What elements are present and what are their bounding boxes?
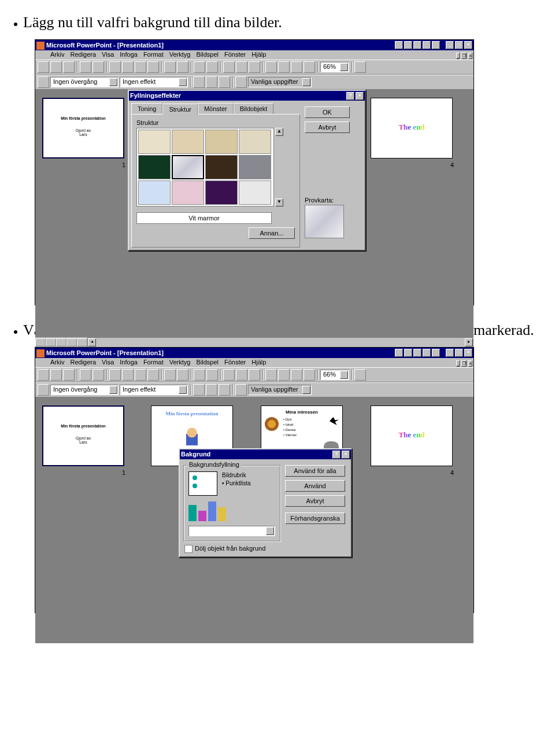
scroll-up-button[interactable]: ▲ bbox=[275, 128, 283, 136]
close-button[interactable]: × bbox=[464, 41, 472, 49]
menu-item[interactable]: Redigera bbox=[70, 51, 96, 59]
texture-swatch[interactable] bbox=[138, 130, 171, 154]
texture-swatch[interactable] bbox=[205, 130, 238, 154]
hide-slide-icon[interactable] bbox=[193, 76, 205, 88]
redo-icon[interactable] bbox=[177, 61, 188, 73]
rehearse-icon[interactable] bbox=[206, 384, 217, 396]
texture-swatch[interactable] bbox=[205, 155, 238, 179]
rehearse-icon[interactable] bbox=[206, 76, 217, 88]
summary-icon[interactable] bbox=[219, 76, 230, 88]
normal-view-icon[interactable] bbox=[35, 338, 46, 346]
menu-item[interactable]: Arkiv bbox=[50, 51, 64, 59]
zoom-combo[interactable]: 66% bbox=[320, 62, 349, 72]
clipart-icon[interactable] bbox=[249, 61, 260, 73]
doc-close-button[interactable]: × bbox=[468, 360, 472, 367]
dialog-close-button[interactable]: × bbox=[342, 451, 350, 459]
save-icon[interactable] bbox=[63, 369, 75, 381]
hide-objects-checkbox[interactable]: Dölj objekt från bakgrund bbox=[184, 545, 280, 553]
menu-item[interactable]: Redigera bbox=[70, 359, 96, 367]
texture-swatch[interactable] bbox=[239, 180, 271, 205]
transition-icon[interactable] bbox=[38, 76, 49, 88]
new-icon[interactable] bbox=[38, 61, 49, 73]
doc-restore-button[interactable]: ❐ bbox=[461, 360, 467, 367]
menu-item[interactable]: Fönster bbox=[224, 359, 246, 367]
slide-thumbnail-1[interactable]: Min första presentation Gjord av Lars bbox=[42, 98, 124, 158]
hyperlink-icon[interactable] bbox=[194, 369, 205, 381]
sorter-view-icon[interactable] bbox=[66, 338, 77, 346]
tray-btn[interactable] bbox=[395, 349, 403, 357]
paste-icon[interactable] bbox=[135, 61, 146, 73]
print-icon[interactable] bbox=[80, 369, 91, 381]
tab-gradient[interactable]: Toning bbox=[131, 103, 162, 114]
menu-item[interactable]: Infoga bbox=[120, 51, 138, 59]
undo-icon[interactable] bbox=[164, 369, 176, 381]
close-button[interactable]: × bbox=[464, 349, 472, 357]
doc-restore-button[interactable]: ❐ bbox=[461, 53, 467, 59]
transition-combo[interactable]: Ingen övergång bbox=[50, 385, 119, 395]
menu-item[interactable]: Bildspel bbox=[196, 359, 219, 367]
texture-swatch[interactable] bbox=[138, 155, 171, 179]
hide-slide-icon[interactable] bbox=[193, 384, 205, 396]
doc-close-button[interactable]: × bbox=[468, 53, 472, 59]
menu-item[interactable]: Format bbox=[143, 359, 164, 367]
slide-view-icon[interactable] bbox=[56, 338, 66, 346]
hyperlink-icon[interactable] bbox=[194, 61, 205, 73]
texture-swatch[interactable] bbox=[205, 180, 238, 205]
texture-swatch[interactable] bbox=[239, 155, 271, 179]
scroll-down-button[interactable]: ▼ bbox=[275, 198, 283, 206]
web-toolbar-icon[interactable] bbox=[206, 369, 218, 381]
slide-thumbnail-4[interactable]: The end bbox=[371, 405, 453, 466]
tab-pattern[interactable]: Mönster bbox=[198, 103, 234, 114]
tray-btn[interactable] bbox=[423, 41, 431, 49]
menu-item[interactable]: Hjälp bbox=[251, 359, 266, 367]
tray-btn[interactable] bbox=[395, 41, 403, 49]
texture-swatch-selected[interactable] bbox=[172, 155, 204, 179]
open-icon[interactable] bbox=[50, 369, 62, 381]
menu-item[interactable]: Fönster bbox=[224, 51, 246, 59]
slideshow-icon[interactable] bbox=[77, 338, 87, 346]
save-icon[interactable] bbox=[63, 61, 75, 73]
effect-combo[interactable]: Ingen effekt bbox=[120, 77, 188, 87]
apply-all-button[interactable]: Använd för alla bbox=[285, 465, 345, 477]
format-painter-icon[interactable] bbox=[147, 369, 159, 381]
tray-btn[interactable] bbox=[413, 349, 421, 357]
tray-btn[interactable] bbox=[423, 349, 431, 357]
clipart-icon[interactable] bbox=[249, 369, 260, 381]
help-icon[interactable] bbox=[354, 369, 366, 381]
open-icon[interactable] bbox=[50, 61, 62, 73]
cancel-button[interactable]: Avbryt bbox=[305, 121, 350, 133]
dialog-titlebar[interactable]: Bakgrund ? × bbox=[180, 449, 351, 459]
spell-icon[interactable] bbox=[92, 61, 104, 73]
tab-texture[interactable]: Struktur bbox=[162, 104, 198, 115]
cut-icon[interactable] bbox=[109, 369, 121, 381]
transition-combo[interactable]: Ingen övergång bbox=[50, 77, 119, 87]
dialog-help-button[interactable]: ? bbox=[346, 92, 354, 100]
layout-icon[interactable] bbox=[278, 369, 290, 381]
effect-combo[interactable]: Ingen effekt bbox=[120, 385, 188, 395]
menu-item[interactable]: Bildspel bbox=[196, 51, 219, 59]
ok-button[interactable]: OK bbox=[305, 106, 350, 118]
menu-item[interactable]: Format bbox=[143, 51, 164, 59]
tray-btn[interactable] bbox=[404, 349, 412, 357]
dialog-close-button[interactable]: × bbox=[356, 92, 364, 100]
texture-swatch[interactable] bbox=[172, 180, 204, 205]
web-toolbar-icon[interactable] bbox=[206, 61, 218, 73]
tray-btn[interactable] bbox=[432, 41, 440, 49]
paste-icon[interactable] bbox=[135, 369, 146, 381]
minimize-button[interactable]: _ bbox=[446, 41, 454, 49]
design-icon[interactable] bbox=[291, 369, 302, 381]
copy-icon[interactable] bbox=[122, 369, 134, 381]
chart-icon[interactable] bbox=[236, 369, 247, 381]
tab-picture[interactable]: Bildobjekt bbox=[234, 103, 274, 114]
new-slide-icon[interactable] bbox=[265, 369, 277, 381]
table-icon[interactable] bbox=[223, 369, 235, 381]
cut-icon[interactable] bbox=[109, 61, 121, 73]
format-painter-icon[interactable] bbox=[147, 61, 159, 73]
common-tasks-button[interactable]: Vanliga uppgifter bbox=[248, 77, 312, 87]
horizontal-scrollbar[interactable]: ◂▸ bbox=[87, 337, 473, 348]
maximize-button[interactable]: □ bbox=[455, 41, 463, 49]
tray-btn[interactable] bbox=[404, 41, 412, 49]
undo-icon[interactable] bbox=[164, 61, 176, 73]
bw-icon[interactable] bbox=[304, 369, 315, 381]
preview-button[interactable]: Förhandsgranska bbox=[285, 512, 345, 524]
